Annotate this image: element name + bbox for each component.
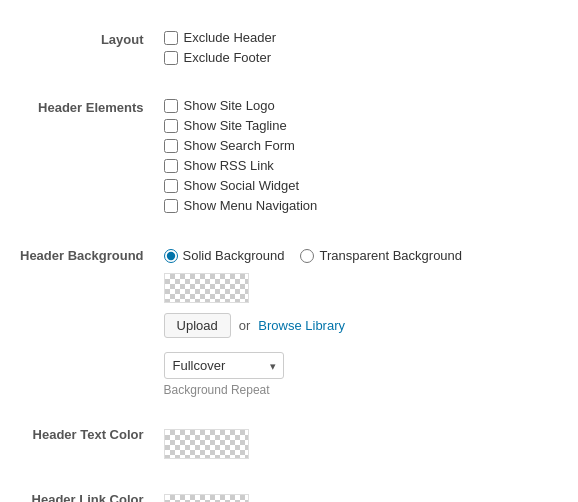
transparent-bg-option: Transparent Background (300, 248, 462, 263)
show-site-tagline-checkbox[interactable] (164, 119, 178, 133)
show-search-form-label: Show Search Form (184, 138, 295, 153)
show-menu-navigation-checkbox[interactable] (164, 199, 178, 213)
bg-size-select-wrapper: Fullcover No Repeat Repeat Repeat X Repe… (164, 352, 284, 379)
select-row: Fullcover No Repeat Repeat Repeat X Repe… (164, 352, 558, 397)
layout-row: Layout Exclude Header Exclude Footer (20, 20, 558, 80)
solid-bg-radio[interactable] (164, 249, 178, 263)
solid-bg-label: Solid Background (183, 248, 285, 263)
header-text-color-row: Header Text Color (20, 415, 558, 472)
exclude-footer-label: Exclude Footer (184, 50, 271, 65)
header-elements-row: Header Elements Show Site Logo Show Site… (20, 88, 558, 228)
browse-library-link[interactable]: Browse Library (258, 318, 345, 333)
exclude-header-checkbox[interactable] (164, 31, 178, 45)
header-background-content: Solid Background Transparent Background … (164, 236, 558, 407)
exclude-header-row: Exclude Header (164, 30, 558, 45)
show-social-widget-row: Show Social Widget (164, 178, 558, 193)
show-menu-navigation-label: Show Menu Navigation (184, 198, 318, 213)
show-rss-link-label: Show RSS Link (184, 158, 274, 173)
bg-size-select[interactable]: Fullcover No Repeat Repeat Repeat X Repe… (164, 352, 284, 379)
settings-form: Layout Exclude Header Exclude Footer Hea… (20, 20, 558, 502)
header-elements-options: Show Site Logo Show Site Tagline Show Se… (164, 88, 558, 228)
show-site-logo-row: Show Site Logo (164, 98, 558, 113)
exclude-footer-row: Exclude Footer (164, 50, 558, 65)
show-search-form-row: Show Search Form (164, 138, 558, 153)
header-background-row: Header Background Solid Background Trans… (20, 236, 558, 407)
header-link-color-swatch[interactable] (164, 494, 249, 502)
header-text-color-label: Header Text Color (20, 415, 164, 472)
show-social-widget-checkbox[interactable] (164, 179, 178, 193)
upload-button[interactable]: Upload (164, 313, 231, 338)
show-site-logo-label: Show Site Logo (184, 98, 275, 113)
header-elements-label: Header Elements (20, 88, 164, 228)
header-link-color-content (164, 480, 558, 502)
header-link-color-label: Header Link Color (20, 480, 164, 502)
show-menu-navigation-row: Show Menu Navigation (164, 198, 558, 213)
show-search-form-checkbox[interactable] (164, 139, 178, 153)
header-background-label: Header Background (20, 236, 164, 407)
upload-row: Upload or Browse Library (164, 313, 558, 338)
background-radio-group: Solid Background Transparent Background (164, 246, 558, 263)
show-rss-link-checkbox[interactable] (164, 159, 178, 173)
exclude-footer-checkbox[interactable] (164, 51, 178, 65)
exclude-header-label: Exclude Header (184, 30, 277, 45)
background-image-preview (164, 273, 249, 303)
transparent-bg-label: Transparent Background (319, 248, 462, 263)
layout-options: Exclude Header Exclude Footer (164, 20, 558, 80)
solid-bg-option: Solid Background (164, 248, 285, 263)
layout-label: Layout (20, 20, 164, 80)
image-preview-row (164, 273, 558, 303)
show-rss-link-row: Show RSS Link (164, 158, 558, 173)
header-text-color-content (164, 415, 558, 472)
or-text: or (239, 318, 251, 333)
show-site-logo-checkbox[interactable] (164, 99, 178, 113)
show-site-tagline-row: Show Site Tagline (164, 118, 558, 133)
header-link-color-row: Header Link Color (20, 480, 558, 502)
show-site-tagline-label: Show Site Tagline (184, 118, 287, 133)
bg-repeat-label: Background Repeat (164, 383, 558, 397)
show-social-widget-label: Show Social Widget (184, 178, 300, 193)
header-text-color-swatch[interactable] (164, 429, 249, 459)
transparent-bg-radio[interactable] (300, 249, 314, 263)
